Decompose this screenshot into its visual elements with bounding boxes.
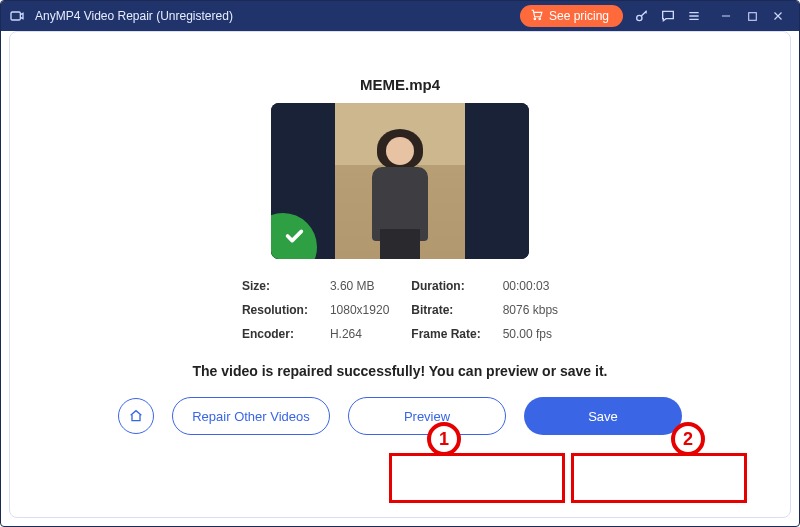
titlebar: AnyMP4 Video Repair (Unregistered) See p… — [1, 1, 799, 31]
metadata-grid: Size: 3.60 MB Duration: 00:00:03 Resolut… — [242, 279, 558, 341]
svg-rect-0 — [11, 12, 20, 20]
file-name-label: MEME.mp4 — [360, 76, 440, 93]
meta-encoder-label: Encoder: — [242, 327, 308, 341]
video-thumbnail — [271, 103, 529, 259]
svg-point-3 — [637, 15, 642, 20]
meta-encoder-value: H.264 — [330, 327, 389, 341]
see-pricing-button[interactable]: See pricing — [520, 5, 623, 27]
menu-icon[interactable] — [681, 3, 707, 29]
meta-size-label: Size: — [242, 279, 308, 293]
svg-rect-4 — [748, 12, 756, 20]
meta-bitrate-label: Bitrate: — [411, 303, 480, 317]
meta-duration-value: 00:00:03 — [503, 279, 558, 293]
repair-other-videos-button[interactable]: Repair Other Videos — [172, 397, 330, 435]
preview-label: Preview — [404, 409, 450, 424]
app-title: AnyMP4 Video Repair (Unregistered) — [35, 9, 233, 23]
meta-duration-label: Duration: — [411, 279, 480, 293]
home-button[interactable] — [118, 398, 154, 434]
meta-resolution-value: 1080x1920 — [330, 303, 389, 317]
preview-button[interactable]: Preview — [348, 397, 506, 435]
meta-framerate-label: Frame Rate: — [411, 327, 480, 341]
thumbnail-letterbox-right — [465, 103, 529, 259]
meta-size-value: 3.60 MB — [330, 279, 389, 293]
meta-framerate-value: 50.00 fps — [503, 327, 558, 341]
pricing-label: See pricing — [549, 9, 609, 23]
svg-point-2 — [539, 18, 541, 20]
feedback-icon[interactable] — [655, 3, 681, 29]
thumbnail-subject — [365, 129, 435, 259]
action-row: Repair Other Videos Preview Save — [118, 397, 682, 435]
repair-other-label: Repair Other Videos — [192, 409, 310, 424]
cart-icon — [530, 8, 543, 24]
app-logo-icon — [9, 7, 27, 25]
save-button[interactable]: Save — [524, 397, 682, 435]
meta-bitrate-value: 8076 kbps — [503, 303, 558, 317]
save-label: Save — [588, 409, 618, 424]
meta-resolution-label: Resolution: — [242, 303, 308, 317]
svg-point-1 — [534, 18, 536, 20]
app-window: AnyMP4 Video Repair (Unregistered) See p… — [0, 0, 800, 527]
content-panel: MEME.mp4 Size: 3.60 MB Duration: 00:00:0… — [9, 31, 791, 518]
thumbnail-frame — [335, 103, 465, 259]
status-message: The video is repaired successfully! You … — [193, 363, 608, 379]
close-button[interactable] — [765, 3, 791, 29]
maximize-button[interactable] — [739, 3, 765, 29]
key-icon[interactable] — [629, 3, 655, 29]
minimize-button[interactable] — [713, 3, 739, 29]
